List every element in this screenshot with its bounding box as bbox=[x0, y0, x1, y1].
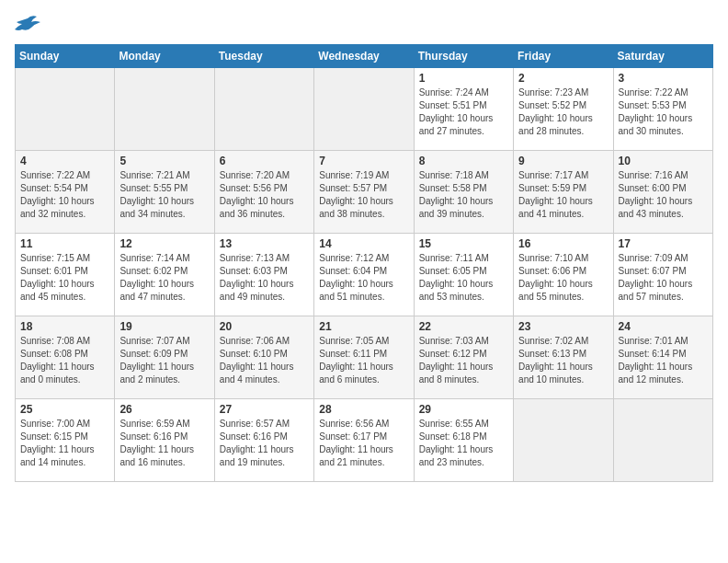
calendar-cell: 17Sunrise: 7:09 AM Sunset: 6:07 PM Dayli… bbox=[613, 234, 712, 316]
weekday-header-thursday: Thursday bbox=[414, 45, 513, 68]
calendar-cell: 19Sunrise: 7:07 AM Sunset: 6:09 PM Dayli… bbox=[115, 316, 214, 399]
day-info: Sunrise: 7:20 AM Sunset: 5:56 PM Dayligh… bbox=[220, 169, 309, 221]
day-info: Sunrise: 6:55 AM Sunset: 6:18 PM Dayligh… bbox=[419, 418, 508, 469]
weekday-header-sunday: Sunday bbox=[16, 45, 115, 68]
calendar-cell: 16Sunrise: 7:10 AM Sunset: 6:06 PM Dayli… bbox=[514, 234, 613, 316]
logo bbox=[15, 15, 40, 37]
calendar-cell: 4Sunrise: 7:22 AM Sunset: 5:54 PM Daylig… bbox=[16, 151, 115, 234]
day-number: 3 bbox=[619, 72, 708, 85]
calendar-cell: 24Sunrise: 7:01 AM Sunset: 6:14 PM Dayli… bbox=[613, 316, 712, 399]
day-number: 28 bbox=[319, 403, 408, 416]
day-info: Sunrise: 7:08 AM Sunset: 6:08 PM Dayligh… bbox=[20, 335, 109, 386]
day-number: 18 bbox=[20, 320, 109, 333]
day-number: 20 bbox=[220, 320, 309, 333]
calendar-cell: 20Sunrise: 7:06 AM Sunset: 6:10 PM Dayli… bbox=[214, 316, 313, 399]
calendar-table: SundayMondayTuesdayWednesdayThursdayFrid… bbox=[15, 44, 713, 482]
calendar-cell bbox=[214, 68, 313, 151]
day-info: Sunrise: 7:03 AM Sunset: 6:12 PM Dayligh… bbox=[419, 335, 508, 386]
bird-icon bbox=[15, 15, 40, 33]
day-info: Sunrise: 7:02 AM Sunset: 6:13 PM Dayligh… bbox=[518, 335, 608, 386]
day-number: 2 bbox=[518, 72, 608, 85]
calendar-cell: 8Sunrise: 7:18 AM Sunset: 5:58 PM Daylig… bbox=[414, 151, 513, 234]
day-info: Sunrise: 7:21 AM Sunset: 5:55 PM Dayligh… bbox=[119, 169, 209, 221]
calendar-cell bbox=[16, 68, 115, 151]
day-number: 23 bbox=[518, 320, 608, 333]
day-info: Sunrise: 7:01 AM Sunset: 6:14 PM Dayligh… bbox=[619, 335, 708, 386]
day-info: Sunrise: 7:19 AM Sunset: 5:57 PM Dayligh… bbox=[319, 169, 408, 221]
day-number: 7 bbox=[319, 155, 408, 167]
weekday-header-wednesday: Wednesday bbox=[314, 45, 414, 68]
weekday-header-friday: Friday bbox=[514, 45, 613, 68]
day-number: 29 bbox=[419, 403, 508, 416]
day-number: 13 bbox=[220, 237, 309, 250]
calendar-cell: 1Sunrise: 7:24 AM Sunset: 5:51 PM Daylig… bbox=[414, 68, 513, 151]
calendar-cell: 10Sunrise: 7:16 AM Sunset: 6:00 PM Dayli… bbox=[613, 151, 712, 234]
day-info: Sunrise: 7:24 AM Sunset: 5:51 PM Dayligh… bbox=[419, 86, 508, 138]
calendar-cell: 6Sunrise: 7:20 AM Sunset: 5:56 PM Daylig… bbox=[214, 151, 313, 234]
calendar-cell: 15Sunrise: 7:11 AM Sunset: 6:05 PM Dayli… bbox=[414, 234, 513, 316]
day-info: Sunrise: 7:22 AM Sunset: 5:54 PM Dayligh… bbox=[20, 169, 109, 221]
calendar-cell: 18Sunrise: 7:08 AM Sunset: 6:08 PM Dayli… bbox=[16, 316, 115, 399]
calendar-cell: 23Sunrise: 7:02 AM Sunset: 6:13 PM Dayli… bbox=[514, 316, 613, 399]
calendar-cell: 29Sunrise: 6:55 AM Sunset: 6:18 PM Dayli… bbox=[414, 399, 513, 482]
day-info: Sunrise: 7:10 AM Sunset: 6:06 PM Dayligh… bbox=[518, 252, 608, 304]
calendar-cell: 27Sunrise: 6:57 AM Sunset: 6:16 PM Dayli… bbox=[214, 399, 313, 482]
calendar-cell bbox=[115, 68, 214, 151]
day-number: 4 bbox=[20, 155, 109, 167]
day-number: 22 bbox=[419, 320, 508, 333]
calendar-cell: 13Sunrise: 7:13 AM Sunset: 6:03 PM Dayli… bbox=[214, 234, 313, 316]
day-info: Sunrise: 7:11 AM Sunset: 6:05 PM Dayligh… bbox=[419, 252, 508, 304]
calendar-cell: 2Sunrise: 7:23 AM Sunset: 5:52 PM Daylig… bbox=[514, 68, 613, 151]
day-number: 16 bbox=[518, 237, 608, 250]
day-number: 27 bbox=[220, 403, 309, 416]
day-number: 8 bbox=[419, 155, 508, 167]
day-number: 12 bbox=[119, 237, 209, 250]
calendar-cell: 14Sunrise: 7:12 AM Sunset: 6:04 PM Dayli… bbox=[314, 234, 414, 316]
calendar-cell: 9Sunrise: 7:17 AM Sunset: 5:59 PM Daylig… bbox=[514, 151, 613, 234]
weekday-header-monday: Monday bbox=[115, 45, 214, 68]
day-info: Sunrise: 7:18 AM Sunset: 5:58 PM Dayligh… bbox=[419, 169, 508, 221]
day-number: 5 bbox=[119, 155, 209, 167]
day-number: 21 bbox=[319, 320, 408, 333]
calendar-cell: 28Sunrise: 6:56 AM Sunset: 6:17 PM Dayli… bbox=[314, 399, 414, 482]
day-info: Sunrise: 7:14 AM Sunset: 6:02 PM Dayligh… bbox=[119, 252, 209, 304]
day-number: 24 bbox=[619, 320, 708, 333]
calendar-cell bbox=[613, 399, 712, 482]
day-number: 26 bbox=[119, 403, 209, 416]
weekday-header-saturday: Saturday bbox=[613, 45, 712, 68]
calendar-cell bbox=[314, 68, 414, 151]
day-number: 15 bbox=[419, 237, 508, 250]
day-info: Sunrise: 6:59 AM Sunset: 6:16 PM Dayligh… bbox=[119, 418, 209, 469]
day-number: 25 bbox=[20, 403, 109, 416]
day-info: Sunrise: 7:22 AM Sunset: 5:53 PM Dayligh… bbox=[619, 86, 708, 138]
calendar-cell: 5Sunrise: 7:21 AM Sunset: 5:55 PM Daylig… bbox=[115, 151, 214, 234]
calendar-cell: 25Sunrise: 7:00 AM Sunset: 6:15 PM Dayli… bbox=[16, 399, 115, 482]
day-number: 1 bbox=[419, 72, 508, 85]
calendar-cell: 7Sunrise: 7:19 AM Sunset: 5:57 PM Daylig… bbox=[314, 151, 414, 234]
weekday-header-tuesday: Tuesday bbox=[214, 45, 313, 68]
calendar-cell: 12Sunrise: 7:14 AM Sunset: 6:02 PM Dayli… bbox=[115, 234, 214, 316]
day-number: 14 bbox=[319, 237, 408, 250]
calendar-cell: 3Sunrise: 7:22 AM Sunset: 5:53 PM Daylig… bbox=[613, 68, 712, 151]
calendar-cell: 11Sunrise: 7:15 AM Sunset: 6:01 PM Dayli… bbox=[16, 234, 115, 316]
day-info: Sunrise: 7:00 AM Sunset: 6:15 PM Dayligh… bbox=[20, 418, 109, 469]
day-info: Sunrise: 7:07 AM Sunset: 6:09 PM Dayligh… bbox=[119, 335, 209, 386]
day-number: 9 bbox=[518, 155, 608, 167]
day-info: Sunrise: 6:56 AM Sunset: 6:17 PM Dayligh… bbox=[319, 418, 408, 469]
day-info: Sunrise: 7:15 AM Sunset: 6:01 PM Dayligh… bbox=[20, 252, 109, 304]
day-number: 17 bbox=[619, 237, 708, 250]
calendar-cell: 26Sunrise: 6:59 AM Sunset: 6:16 PM Dayli… bbox=[115, 399, 214, 482]
day-info: Sunrise: 7:09 AM Sunset: 6:07 PM Dayligh… bbox=[619, 252, 708, 304]
day-info: Sunrise: 7:23 AM Sunset: 5:52 PM Dayligh… bbox=[518, 86, 608, 138]
day-info: Sunrise: 7:13 AM Sunset: 6:03 PM Dayligh… bbox=[220, 252, 309, 304]
day-number: 6 bbox=[220, 155, 309, 167]
day-info: Sunrise: 7:06 AM Sunset: 6:10 PM Dayligh… bbox=[220, 335, 309, 386]
day-number: 19 bbox=[119, 320, 209, 333]
day-info: Sunrise: 6:57 AM Sunset: 6:16 PM Dayligh… bbox=[220, 418, 309, 469]
day-info: Sunrise: 7:16 AM Sunset: 6:00 PM Dayligh… bbox=[619, 169, 708, 221]
calendar-cell: 22Sunrise: 7:03 AM Sunset: 6:12 PM Dayli… bbox=[414, 316, 513, 399]
day-number: 11 bbox=[20, 237, 109, 250]
calendar-cell: 21Sunrise: 7:05 AM Sunset: 6:11 PM Dayli… bbox=[314, 316, 414, 399]
day-info: Sunrise: 7:05 AM Sunset: 6:11 PM Dayligh… bbox=[319, 335, 408, 386]
day-number: 10 bbox=[619, 155, 708, 167]
